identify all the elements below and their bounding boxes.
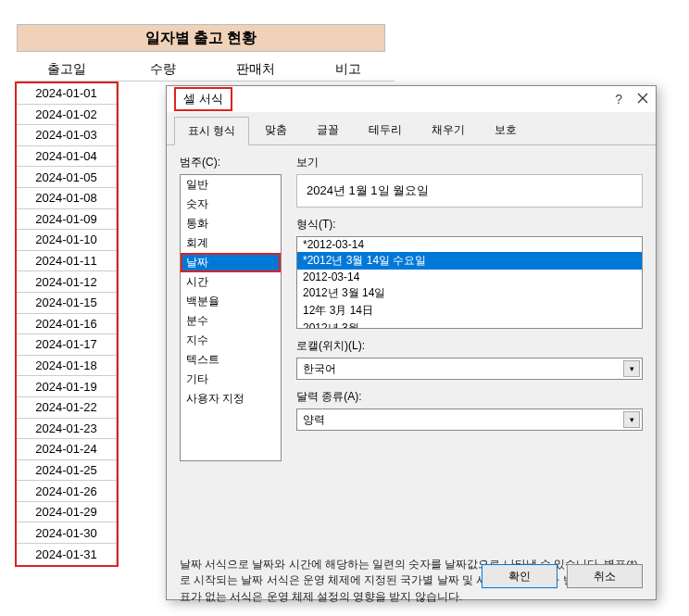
tab-글꼴[interactable]: 글꼴 bbox=[303, 116, 353, 145]
format-item[interactable]: 2012년 3월 14일 bbox=[297, 284, 642, 302]
tab-보호[interactable]: 보호 bbox=[481, 116, 531, 145]
date-cell[interactable]: 2024-01-29 bbox=[17, 502, 117, 523]
format-label: 형식(T): bbox=[296, 217, 643, 233]
preview-label: 보기 bbox=[296, 155, 643, 170]
tab-표시 형식[interactable]: 표시 형식 bbox=[174, 117, 249, 145]
header-cell: 판매처 bbox=[209, 57, 302, 82]
category-item[interactable]: 회계 bbox=[181, 233, 281, 253]
date-cell[interactable]: 2024-01-12 bbox=[17, 271, 117, 293]
locale-label: 로캘(위치)(L): bbox=[296, 338, 643, 354]
date-cell[interactable]: 2024-01-04 bbox=[17, 146, 117, 168]
category-item[interactable]: 일반 bbox=[181, 175, 281, 195]
category-item[interactable]: 사용자 지정 bbox=[181, 389, 281, 409]
format-item[interactable]: 2012-03-14 bbox=[297, 270, 642, 284]
date-cell[interactable]: 2024-01-24 bbox=[17, 439, 117, 460]
date-cell[interactable]: 2024-01-23 bbox=[17, 419, 117, 440]
sheet-title-cell: 일자별 출고 현황 bbox=[17, 24, 385, 52]
locale-combo[interactable]: 한국어 ▾ bbox=[296, 358, 643, 380]
date-cell[interactable]: 2024-01-01 bbox=[17, 83, 117, 105]
format-item[interactable]: *2012년 3월 14일 수요일 bbox=[297, 252, 642, 270]
date-cell[interactable]: 2024-01-30 bbox=[17, 522, 117, 544]
format-cells-dialog: 셀 서식 ? 표시 형식맞춤글꼴테두리채우기보호 범주(C): 일반숫자통화회계… bbox=[166, 85, 657, 600]
ok-button[interactable]: 확인 bbox=[482, 564, 557, 588]
calendar-value: 양력 bbox=[303, 412, 325, 428]
help-button[interactable]: ? bbox=[615, 92, 622, 107]
date-cell[interactable]: 2024-01-11 bbox=[17, 251, 117, 272]
date-cell[interactable]: 2024-01-22 bbox=[17, 397, 117, 419]
close-button[interactable] bbox=[637, 92, 648, 107]
category-item[interactable]: 날짜 bbox=[181, 253, 281, 272]
cancel-button[interactable]: 취소 bbox=[567, 564, 643, 588]
date-cell[interactable]: 2024-01-16 bbox=[17, 314, 117, 335]
category-item[interactable]: 텍스트 bbox=[181, 350, 281, 370]
chevron-down-icon: ▾ bbox=[623, 360, 640, 377]
category-label: 범주(C): bbox=[180, 155, 282, 170]
close-icon bbox=[637, 93, 648, 104]
category-item[interactable]: 백분율 bbox=[181, 292, 281, 311]
chevron-down-icon: ▾ bbox=[623, 411, 640, 428]
locale-value: 한국어 bbox=[303, 361, 336, 377]
date-cell[interactable]: 2024-01-03 bbox=[17, 125, 117, 146]
selected-date-range[interactable]: 2024-01-012024-01-022024-01-032024-01-04… bbox=[15, 82, 119, 567]
tab-채우기[interactable]: 채우기 bbox=[418, 116, 479, 145]
date-cell[interactable]: 2024-01-02 bbox=[17, 105, 117, 126]
date-cell[interactable]: 2024-01-26 bbox=[17, 481, 117, 502]
date-cell[interactable]: 2024-01-19 bbox=[17, 376, 117, 397]
category-item[interactable]: 기타 bbox=[181, 370, 281, 389]
header-cell: 출고일 bbox=[17, 57, 117, 82]
header-cell: 비고 bbox=[302, 57, 395, 82]
category-list[interactable]: 일반숫자통화회계날짜시간백분율분수지수텍스트기타사용자 지정 bbox=[180, 174, 282, 461]
date-cell[interactable]: 2024-01-10 bbox=[17, 230, 117, 251]
dialog-tabs: 표시 형식맞춤글꼴테두리채우기보호 bbox=[167, 112, 656, 145]
date-cell[interactable]: 2024-01-17 bbox=[17, 334, 117, 356]
format-item[interactable]: 2012년 3월 bbox=[297, 320, 642, 329]
header-cell: 수량 bbox=[117, 57, 209, 82]
tab-맞춤[interactable]: 맞춤 bbox=[251, 116, 301, 145]
category-item[interactable]: 숫자 bbox=[181, 195, 281, 214]
dialog-titlebar[interactable]: 셀 서식 ? bbox=[167, 86, 656, 112]
format-item[interactable]: 12年 3月 14日 bbox=[297, 302, 642, 320]
format-list[interactable]: *2012-03-14*2012년 3월 14일 수요일2012-03-1420… bbox=[296, 236, 643, 329]
date-cell[interactable]: 2024-01-08 bbox=[17, 188, 117, 209]
category-item[interactable]: 시간 bbox=[181, 272, 281, 292]
preview-box: 2024년 1월 1일 월요일 bbox=[296, 174, 643, 207]
calendar-combo[interactable]: 양력 ▾ bbox=[296, 409, 643, 431]
category-item[interactable]: 지수 bbox=[181, 331, 281, 350]
calendar-label: 달력 종류(A): bbox=[296, 389, 643, 405]
date-cell[interactable]: 2024-01-09 bbox=[17, 209, 117, 231]
tab-테두리[interactable]: 테두리 bbox=[355, 116, 416, 145]
date-cell[interactable]: 2024-01-18 bbox=[17, 356, 117, 377]
category-item[interactable]: 통화 bbox=[181, 214, 281, 233]
date-cell[interactable]: 2024-01-25 bbox=[17, 460, 117, 482]
dialog-title: 셀 서식 bbox=[174, 87, 232, 111]
column-headers: 출고일 수량 판매처 비고 bbox=[17, 57, 395, 82]
category-item[interactable]: 분수 bbox=[181, 311, 281, 331]
date-cell[interactable]: 2024-01-15 bbox=[17, 293, 117, 314]
date-cell[interactable]: 2024-01-31 bbox=[17, 544, 117, 565]
date-cell[interactable]: 2024-01-05 bbox=[17, 167, 117, 188]
format-item[interactable]: *2012-03-14 bbox=[297, 237, 642, 252]
